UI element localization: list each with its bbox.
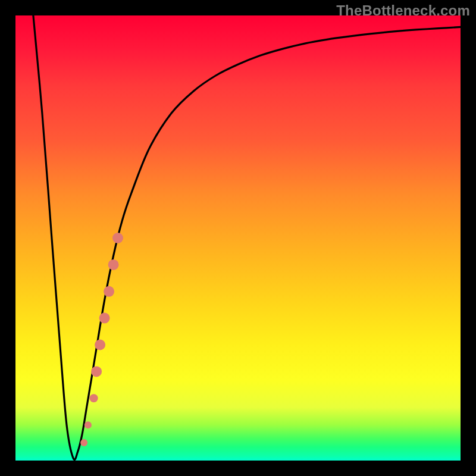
bottleneck-curve — [33, 15, 461, 460]
watermark-text: TheBottleneck.com — [336, 2, 470, 19]
plot-area — [15, 15, 461, 461]
data-marker — [95, 340, 105, 350]
data-marker — [112, 233, 123, 243]
data-marker — [104, 286, 114, 297]
marker-group — [80, 233, 123, 446]
data-marker — [84, 421, 92, 428]
chart-svg — [15, 15, 461, 461]
data-marker — [108, 259, 119, 270]
data-marker — [99, 313, 110, 324]
chart-frame: TheBottleneck.com — [0, 0, 476, 476]
data-marker — [91, 366, 102, 377]
data-marker — [90, 394, 98, 402]
data-marker — [80, 439, 87, 446]
